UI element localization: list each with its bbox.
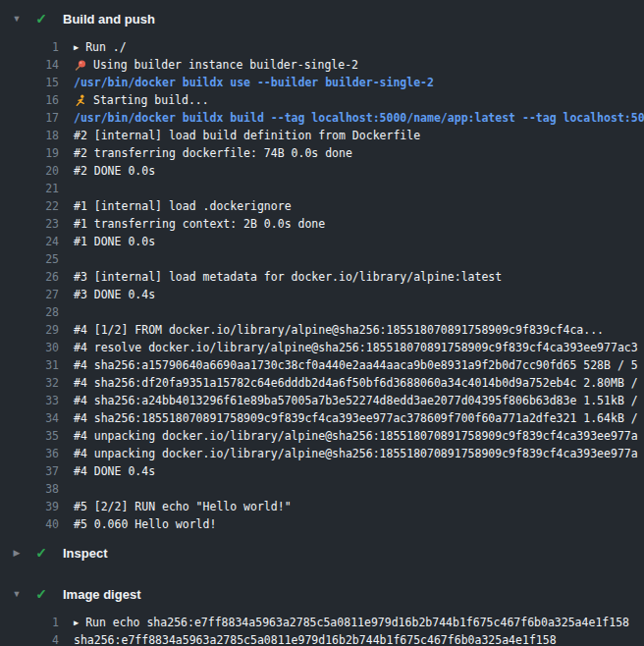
line-number-link[interactable]: 14 — [0, 56, 59, 74]
success-check-icon: ✓ — [33, 587, 49, 601]
log-text: Starting build... — [93, 91, 209, 109]
line-number-link[interactable]: 24 — [0, 233, 59, 250]
run-group-toggle-icon[interactable]: ▶ — [74, 619, 79, 627]
log-text: Run echo sha256:e7ff8834a5963a2785c5a081… — [85, 614, 629, 631]
log-section: ▼✓Image digest1▶Run echo sha256:e7ff8834… — [0, 577, 644, 646]
line-number-link[interactable]: 26 — [0, 268, 59, 286]
line-number-link[interactable]: 25 — [0, 250, 59, 268]
line-number-link[interactable]: 27 — [0, 286, 59, 303]
section-header-inspect[interactable]: ▶✓Inspect — [0, 536, 644, 569]
log-text: #4 sha256:185518070891758909c9f839cf4ca3… — [74, 409, 638, 427]
log-text: #4 DONE 0.4s — [74, 462, 155, 480]
log-line: 29#4 [1/2] FROM docker.io/library/alpine… — [0, 321, 644, 339]
line-number-link[interactable]: 28 — [0, 303, 59, 321]
run-group-toggle-icon[interactable]: ▶ — [74, 43, 79, 52]
log-line-content: #2 DONE 0.0s — [59, 162, 644, 180]
chevron-right-icon: ▶ — [10, 549, 24, 558]
section-log-lines: 1▶Run echo sha256:e7ff8834a5963a2785c5a0… — [0, 611, 644, 646]
line-number-link[interactable]: 33 — [0, 392, 59, 409]
log-line-content: /usr/bin/docker buildx build --tag local… — [59, 109, 644, 127]
line-number-link[interactable]: 37 — [0, 462, 59, 480]
success-check-icon: ✓ — [33, 12, 49, 26]
log-line: 34#4 sha256:185518070891758909c9f839cf4c… — [0, 409, 644, 427]
log-line: 18#2 [internal] load build definition fr… — [0, 127, 644, 144]
log-text: #3 [internal] load metadata for docker.i… — [74, 268, 502, 286]
log-text: #4 sha256:a24bb4013296f61e89ba57005a7b3e… — [74, 392, 638, 409]
runner-icon — [74, 94, 87, 107]
log-text: #4 sha256:a15790640a6690aa1730c38cf0a440… — [74, 356, 638, 374]
log-line: 24#1 DONE 0.0s — [0, 233, 644, 250]
log-text: #1 [internal] load .dockerignore — [74, 197, 292, 215]
log-line: 1▶Run ./ — [0, 38, 644, 56]
log-line-content: #5 [2/2] RUN echo "Hello world!" — [59, 498, 644, 515]
log-line-content: #3 [internal] load metadata for docker.i… — [59, 268, 644, 286]
line-number-link[interactable]: 30 — [0, 339, 59, 356]
log-line: 39#5 [2/2] RUN echo "Hello world!" — [0, 498, 644, 515]
line-number-link[interactable]: 23 — [0, 215, 59, 233]
line-number-link[interactable]: 22 — [0, 197, 59, 215]
log-line: 38 — [0, 480, 644, 498]
log-line: 22#1 [internal] load .dockerignore — [0, 197, 644, 215]
log-line-content: #1 transferring context: 2B 0.0s done — [59, 215, 644, 233]
log-line-content: #4 DONE 0.4s — [59, 462, 644, 480]
log-line: 21 — [0, 180, 644, 197]
line-number-link[interactable]: 31 — [0, 356, 59, 374]
log-line: 23#1 transferring context: 2B 0.0s done — [0, 215, 644, 233]
log-text: #1 DONE 0.0s — [74, 233, 155, 250]
line-number-link[interactable]: 29 — [0, 321, 59, 339]
section-header-build-and-push[interactable]: ▼✓Build and push — [0, 2, 644, 35]
line-number-link[interactable]: 16 — [0, 91, 59, 109]
log-section: ▶✓Inspect — [0, 536, 644, 569]
log-text: #2 DONE 0.0s — [74, 162, 155, 180]
section-header-image-digest[interactable]: ▼✓Image digest — [0, 577, 644, 611]
line-number-link[interactable]: 4 — [0, 631, 59, 646]
log-line: 17/usr/bin/docker buildx build --tag loc… — [0, 109, 644, 127]
log-line: 35#4 unpacking docker.io/library/alpine@… — [0, 427, 644, 445]
log-line: 40#5 0.060 Hello world! — [0, 515, 644, 533]
log-line-content: ▶Run echo sha256:e7ff8834a5963a2785c5a08… — [59, 614, 644, 631]
section-log-lines: 1▶Run ./14Using builder instance builder… — [0, 35, 644, 536]
workflow-log[interactable]: ▼✓Build and push1▶Run ./14Using builder … — [0, 0, 644, 646]
log-line-content: /usr/bin/docker buildx use --builder bui… — [59, 74, 644, 91]
line-number-link[interactable]: 15 — [0, 74, 59, 91]
log-line-content: #4 [1/2] FROM docker.io/library/alpine@s… — [59, 321, 644, 339]
pushpin-icon — [74, 59, 87, 72]
log-line: 1▶Run echo sha256:e7ff8834a5963a2785c5a0… — [0, 614, 644, 631]
log-line-content: ▶Run ./ — [59, 38, 644, 56]
log-text: #1 transferring context: 2B 0.0s done — [74, 215, 325, 233]
log-text: #5 [2/2] RUN echo "Hello world!" — [74, 498, 292, 515]
log-line: 19#2 transferring dockerfile: 74B 0.0s d… — [0, 144, 644, 162]
log-text: Using builder instance builder-single-2 — [93, 56, 358, 74]
line-number-link[interactable]: 18 — [0, 127, 59, 144]
log-line-content: #1 [internal] load .dockerignore — [59, 197, 644, 215]
section-title: Inspect — [63, 546, 108, 561]
log-line: 36#4 unpacking docker.io/library/alpine@… — [0, 445, 644, 462]
log-text: #4 unpacking docker.io/library/alpine@sh… — [74, 445, 638, 462]
line-number-link[interactable]: 34 — [0, 409, 59, 427]
log-text: /usr/bin/docker buildx use --builder bui… — [74, 74, 434, 91]
line-number-link[interactable]: 20 — [0, 162, 59, 180]
line-number-link[interactable]: 36 — [0, 445, 59, 462]
line-number-link[interactable]: 40 — [0, 515, 59, 533]
log-line-content: #4 sha256:a24bb4013296f61e89ba57005a7b3e… — [59, 392, 644, 409]
log-line: 20#2 DONE 0.0s — [0, 162, 644, 180]
line-number-link[interactable]: 17 — [0, 109, 59, 127]
log-text: Run ./ — [85, 38, 127, 56]
line-number-link[interactable]: 35 — [0, 427, 59, 445]
log-line-content: Using builder instance builder-single-2 — [59, 56, 644, 74]
line-number-link[interactable]: 39 — [0, 498, 59, 515]
line-number-link[interactable]: 38 — [0, 480, 59, 498]
line-number-link[interactable]: 32 — [0, 374, 59, 392]
log-line: 26#3 [internal] load metadata for docker… — [0, 268, 644, 286]
log-line-content: #2 [internal] load build definition from… — [59, 127, 644, 144]
line-number-link[interactable]: 21 — [0, 180, 59, 197]
log-line-content: Starting build... — [59, 91, 644, 109]
log-line-content: #5 0.060 Hello world! — [59, 515, 644, 533]
line-number-link[interactable]: 1 — [0, 38, 59, 56]
log-text: #5 0.060 Hello world! — [74, 515, 216, 533]
log-line: 30#4 resolve docker.io/library/alpine@sh… — [0, 339, 644, 356]
line-number-link[interactable]: 19 — [0, 144, 59, 162]
log-line: 4sha256:e7ff8834a5963a2785c5a0811e979d16… — [0, 631, 644, 646]
log-line: 27#3 DONE 0.4s — [0, 286, 644, 303]
line-number-link[interactable]: 1 — [0, 614, 59, 631]
